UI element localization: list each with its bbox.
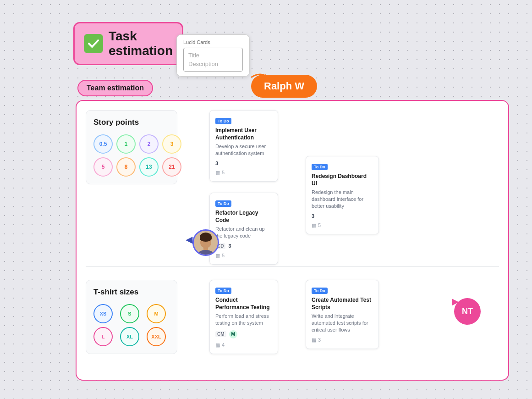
lucid-cards-title-field: Title [188,52,238,59]
story-points-section: Story points 0.5 1 2 3 5 8 13 21 [86,110,177,184]
card4-footer: ▩ 4 [215,342,272,348]
card4-desc: Perform load and stress testing on the s… [215,313,272,327]
bar-chart-icon-3: ▩ [312,222,316,228]
todo-badge-4: To Do [215,288,231,294]
task-estimation-box: Task estimation [73,22,183,65]
point-8[interactable]: 8 [116,157,136,177]
point-3[interactable]: 3 [162,134,181,154]
size-l[interactable]: L [93,327,113,346]
points-grid: 0.5 1 2 3 5 8 13 21 [93,134,170,177]
team-estimation-badge[interactable]: Team estimation [77,80,153,96]
card5-desc: Write and integrate automated test scrip… [312,313,373,333]
card4-meta: CM M [215,330,272,338]
size-s[interactable]: S [120,304,139,323]
lucid-cards-fields: Title Description [183,48,243,72]
tshirt-title: T-shirt sizes [93,288,170,297]
card4-bar-count: 4 [222,342,225,348]
size-m[interactable]: M [147,304,166,323]
todo-badge-2: To Do [215,200,231,207]
card3-desc: Redesign the main dashboard interface fo… [312,189,373,210]
todo-badge-5: To Do [312,288,328,294]
story-points-title: Story points [93,118,170,127]
board-divider [86,266,499,266]
point-5[interactable]: 5 [93,157,113,177]
checkmark-icon [84,34,103,53]
card1-number: 3 [215,161,218,166]
card1-footer: ▩ 5 [215,170,272,176]
bar-chart-icon-4: ▩ [215,342,220,348]
card2-meta: CD 3 [215,243,272,249]
card5-bar-count: 3 [318,337,321,343]
size-xxl[interactable]: XXL [147,327,166,346]
card4-tag-m: M [229,330,237,338]
card2-number: 3 [228,243,231,249]
tshirt-grid: XS S M L XL XXL [93,304,170,346]
task-estimation-title: Task estimation [109,29,173,58]
card2-footer: ▩ 5 [215,253,272,259]
point-2[interactable]: 2 [139,134,159,154]
point-13[interactable]: 13 [139,157,159,177]
card3-meta: 3 [312,213,373,219]
point-0.5[interactable]: 0.5 [93,134,113,154]
svg-point-4 [200,235,212,242]
cursor-arrow-icon: ◀ [186,234,192,245]
nt-cursor-icon: ▶ [452,296,459,307]
card3-footer: ▩ 5 [312,222,373,228]
svg-rect-5 [203,247,208,250]
card4-tag-cm: CM [215,331,226,337]
card-refactor-legacy[interactable]: To Do Refactor Legacy Code Refactor and … [209,193,278,265]
lucid-cards-label: Lucid Cards [183,39,243,45]
todo-badge-3: To Do [312,164,328,170]
bar-chart-icon-5: ▩ [312,337,316,343]
card5-footer: ▩ 3 [312,337,373,343]
card-performance-testing[interactable]: To Do Conduct Performance Testing Perfor… [209,280,278,354]
card1-desc: Develop a secure user authentication sys… [215,143,272,157]
todo-badge-1: To Do [215,118,231,124]
card3-bar-count: 5 [318,222,321,228]
card2-desc: Refactor and clean up the legacy code [215,226,272,239]
card4-title: Conduct Performance Testing [215,297,272,311]
tshirt-section: T-shirt sizes XS S M L XL XXL [86,280,177,354]
size-xl[interactable]: XL [120,327,139,346]
card-redesign-dashboard[interactable]: To Do Redesign Dashboard UI Redesign the… [306,156,379,234]
card-automated-tests[interactable]: To Do Create Automated Test Scripts Writ… [306,280,379,349]
card1-bar-count: 5 [222,170,225,175]
card-implement-auth[interactable]: To Do Implement User Authentication Deve… [209,110,278,182]
card3-title: Redesign Dashboard UI [312,173,373,187]
card3-number: 3 [312,213,314,219]
user-avatar [192,229,219,256]
card5-title: Create Automated Test Scripts [312,297,373,311]
card2-bar-count: 5 [222,253,225,258]
card2-title: Refactor Legacy Code [215,210,272,224]
point-1[interactable]: 1 [116,134,136,154]
bar-chart-icon-1: ▩ [215,170,220,176]
point-21[interactable]: 21 [162,157,181,177]
ralph-badge: Ralph W [251,75,317,98]
card1-meta: 3 [215,161,272,166]
lucid-cards-desc-field: Description [188,61,238,67]
card1-title: Implement User Authentication [215,127,272,141]
avatar-ring [192,229,219,256]
lucid-cards-panel: Lucid Cards Title Description [176,34,250,77]
size-xs[interactable]: XS [93,304,113,323]
main-board: Story points 0.5 1 2 3 5 8 13 21 ◀ [76,100,509,381]
